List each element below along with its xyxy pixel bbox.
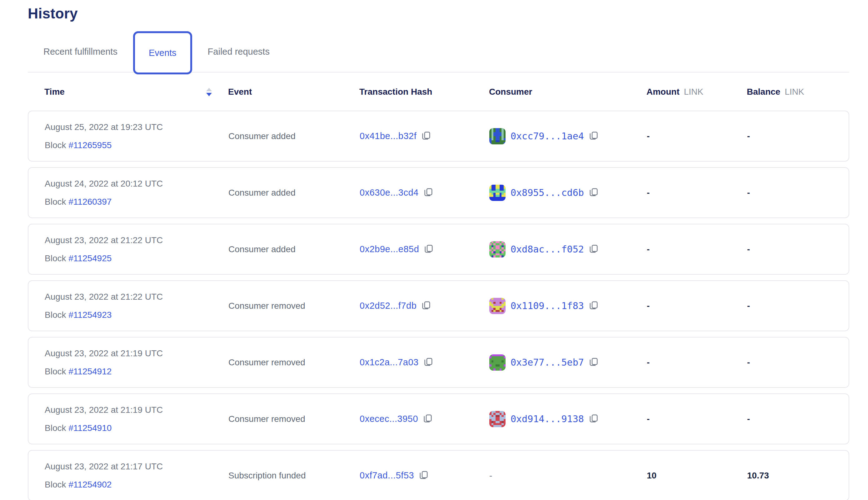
consumer-cell: -: [489, 470, 647, 481]
event-rows: August 25, 2022 at 19:23 UTC Block #1126…: [28, 111, 849, 500]
event-type: Consumer removed: [228, 301, 305, 311]
time-cell: August 25, 2022 at 19:23 UTC Block #1126…: [45, 122, 228, 150]
time-cell: August 23, 2022 at 21:22 UTC Block #1125…: [45, 292, 228, 320]
consumer-address-link[interactable]: 0x8955...cd6b: [511, 187, 584, 198]
consumer-address-link[interactable]: 0x3e77...5eb7: [511, 357, 584, 368]
copy-icon: [589, 357, 598, 367]
column-header-balance: Balance LINK: [747, 87, 849, 97]
amount-value: -: [647, 131, 650, 141]
balance-value: -: [747, 245, 750, 254]
copy-icon: [589, 131, 598, 141]
event-cell: Consumer added: [228, 188, 359, 198]
event-type: Consumer added: [228, 188, 296, 197]
amount-cell: -: [647, 414, 747, 424]
tab-events[interactable]: Events: [133, 31, 192, 75]
transaction-hash-link[interactable]: 0x2b9e...e85d: [359, 244, 419, 254]
block-line: Block #11254923: [45, 310, 228, 320]
consumer-header-label: Consumer: [489, 87, 532, 97]
balance-unit-label: LINK: [785, 87, 804, 97]
copy-icon: [589, 300, 598, 311]
amount-value: 10: [647, 470, 656, 480]
tab-label: Recent fulfillments: [43, 47, 117, 57]
balance-value: -: [747, 414, 750, 424]
block-number-link[interactable]: #11254912: [68, 366, 112, 376]
consumer-identicon: [489, 185, 505, 201]
event-type: Consumer removed: [228, 414, 305, 424]
table-row: August 23, 2022 at 21:22 UTC Block #1125…: [28, 224, 849, 275]
transaction-hash-link[interactable]: 0xecec...3950: [359, 414, 418, 424]
column-header-event: Event: [228, 87, 359, 97]
copy-consumer-address-button[interactable]: [589, 357, 598, 367]
time-cell: August 23, 2022 at 21:19 UTC Block #1125…: [45, 405, 228, 433]
sort-icon[interactable]: [206, 88, 212, 96]
table-row: August 23, 2022 at 21:22 UTC Block #1125…: [28, 280, 849, 331]
transaction-hash-link[interactable]: 0x2d52...f7db: [359, 300, 416, 311]
transaction-hash-link[interactable]: 0x1c2a...7a03: [359, 357, 419, 367]
tab-recent-fulfillments[interactable]: Recent fulfillments: [28, 31, 133, 72]
balance-value: -: [747, 301, 750, 311]
time-cell: August 23, 2022 at 21:19 UTC Block #1125…: [45, 349, 228, 377]
amount-value: -: [647, 301, 650, 311]
events-table-header: Time Event Transaction Hash Consumer Amo…: [28, 72, 849, 111]
copy-transaction-hash-button[interactable]: [422, 131, 431, 141]
consumer-address-link[interactable]: 0xd914...9138: [511, 413, 584, 424]
column-header-time[interactable]: Time: [44, 87, 228, 97]
block-label: Block: [45, 310, 66, 320]
amount-value: -: [647, 188, 650, 197]
copy-consumer-address-button[interactable]: [589, 131, 598, 141]
amount-cell: -: [647, 188, 747, 198]
copy-transaction-hash-button[interactable]: [424, 188, 433, 198]
table-row: August 23, 2022 at 21:17 UTC Block #1125…: [28, 450, 849, 500]
block-number-link[interactable]: #11254910: [68, 423, 112, 433]
amount-cell: -: [647, 131, 747, 141]
transaction-hash-link[interactable]: 0x630e...3cd4: [359, 188, 419, 198]
block-number-link[interactable]: #11265955: [68, 140, 112, 150]
copy-transaction-hash-button[interactable]: [424, 357, 433, 367]
balance-cell: -: [747, 131, 849, 141]
block-number-link[interactable]: #11254925: [68, 253, 112, 263]
copy-transaction-hash-button[interactable]: [422, 300, 431, 311]
block-line: Block #11254910: [45, 423, 228, 433]
event-type: Consumer added: [228, 131, 296, 141]
block-number-link[interactable]: #11254923: [68, 310, 112, 320]
copy-icon: [589, 414, 598, 424]
consumer-address-link[interactable]: 0xd8ac...f052: [511, 244, 584, 255]
copy-consumer-address-button[interactable]: [589, 414, 598, 424]
copy-transaction-hash-button[interactable]: [424, 244, 433, 254]
consumer-identicon: [489, 241, 505, 258]
balance-header-label: Balance: [747, 87, 780, 97]
block-label: Block: [45, 480, 66, 489]
consumer-cell: 0x1109...1f83: [489, 298, 647, 314]
event-type: Consumer removed: [228, 357, 305, 367]
time-cell: August 23, 2022 at 21:22 UTC Block #1125…: [45, 235, 228, 263]
sort-asc-icon: [206, 88, 212, 91]
table-row: August 23, 2022 at 21:19 UTC Block #1125…: [28, 394, 849, 444]
event-cell: Consumer removed: [228, 301, 359, 311]
copy-consumer-address-button[interactable]: [589, 188, 598, 198]
event-cell: Consumer removed: [228, 357, 359, 367]
table-row: August 23, 2022 at 21:19 UTC Block #1125…: [28, 337, 849, 388]
consumer-identicon: [489, 411, 505, 427]
balance-cell: -: [747, 357, 849, 367]
copy-transaction-hash-button[interactable]: [419, 470, 429, 481]
block-number-link[interactable]: #11260397: [68, 197, 112, 207]
event-date: August 25, 2022 at 19:23 UTC: [45, 122, 228, 132]
event-date: August 23, 2022 at 21:22 UTC: [45, 292, 228, 302]
copy-transaction-hash-button[interactable]: [423, 414, 432, 424]
time-header-label: Time: [44, 87, 65, 97]
block-line: Block #11265955: [45, 140, 228, 150]
transaction-hash-link[interactable]: 0x41be...b32f: [359, 131, 416, 141]
transaction-hash-cell: 0x2d52...f7db: [359, 300, 489, 311]
balance-value: -: [747, 131, 750, 141]
event-cell: Consumer added: [228, 245, 359, 254]
copy-consumer-address-button[interactable]: [589, 244, 598, 254]
amount-value: -: [647, 245, 650, 254]
transaction-hash-link[interactable]: 0xf7ad...5f53: [359, 470, 414, 481]
copy-icon: [423, 414, 432, 424]
copy-consumer-address-button[interactable]: [589, 300, 598, 311]
consumer-address-link[interactable]: 0x1109...1f83: [511, 300, 584, 311]
consumer-address-link[interactable]: 0xcc79...1ae4: [511, 130, 584, 141]
tab-failed-requests[interactable]: Failed requests: [192, 31, 285, 72]
block-number-link[interactable]: #11254902: [68, 480, 112, 489]
consumer-address-link[interactable]: -: [489, 470, 492, 481]
